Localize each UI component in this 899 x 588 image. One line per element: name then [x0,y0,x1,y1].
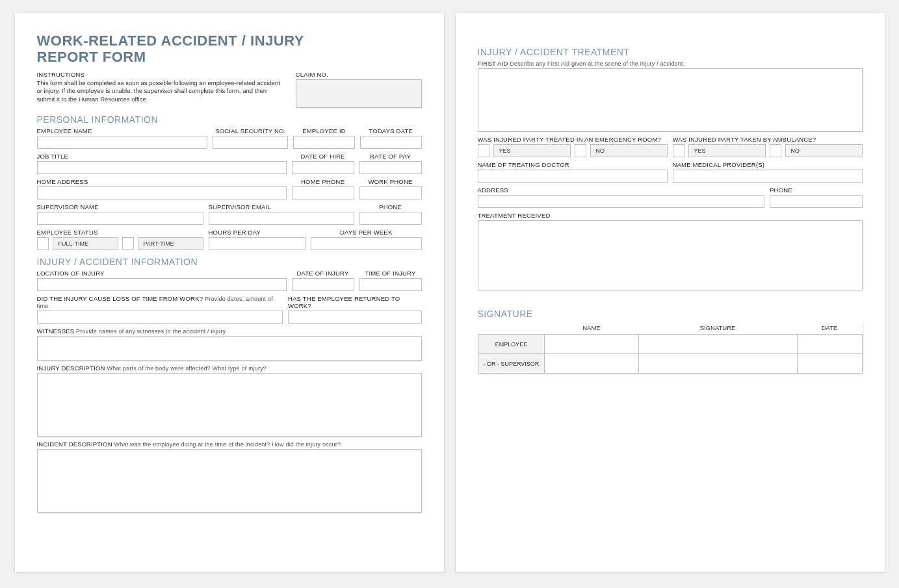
date-of-injury-field[interactable] [292,278,354,291]
days-per-week-field[interactable] [311,237,422,250]
hours-per-day-label: HOURS PER DAY [209,229,306,236]
job-title-field[interactable] [37,161,287,174]
days-per-week-label: DAYS PER WEEK [311,229,422,236]
section-signature: SIGNATURE [478,309,863,319]
hours-per-day-field[interactable] [209,237,306,250]
sig-date-header: DATE [797,322,862,335]
location-label: LOCATION OF INJURY [37,270,287,277]
employee-name-field[interactable] [37,136,208,149]
employee-sig-date[interactable] [797,335,862,354]
employee-name-sig[interactable] [545,335,638,354]
injury-desc-hint: What parts of the body were affected? Wh… [107,365,267,372]
job-title-label: JOB TITLE [37,153,287,160]
signature-table: NAME SIGNATURE DATE EMPLOYEE - OR - SUPE… [478,322,863,374]
witnesses-title: WITNESSES [37,327,75,335]
injury-desc-label: INJURY DESCRIPTION What parts of the bod… [37,364,422,372]
incident-desc-label: INCIDENT DESCRIPTION What was the employ… [37,441,422,448]
time-of-injury-field[interactable] [359,278,422,291]
home-address-label: HOME ADDRESS [37,178,287,185]
treatment-phone-label: PHONE [770,186,862,194]
part-time-checkbox[interactable] [122,237,134,250]
provider-label: NAME MEDICAL PROVIDER(S) [673,161,863,168]
incident-desc-hint: What was the employee doing at the time … [114,441,341,448]
loss-time-field[interactable] [37,311,283,324]
todays-date-field[interactable] [360,136,422,149]
employee-signature[interactable] [638,335,797,354]
treatment-address-field[interactable] [478,195,765,208]
incident-desc-title: INCIDENT DESCRIPTION [37,441,112,448]
supervisor-name-sig[interactable] [545,354,638,374]
witnesses-field[interactable] [37,336,422,361]
title-line-1: WORK-RELATED ACCIDENT / INJURY [37,32,304,49]
section-treatment: INJURY / ACCIDENT TREATMENT [478,47,863,57]
work-phone-field[interactable] [359,186,422,199]
ssn-label: SOCIAL SECURITY NO. [213,127,288,134]
witnesses-label: WITNESSES Provide names of any witnesses… [37,327,422,335]
treatment-received-label: TREATMENT RECEIVED [478,212,863,219]
er-no-checkbox[interactable] [575,144,586,157]
injury-desc-title: INJURY DESCRIPTION [37,364,105,372]
sig-name-header: NAME [545,322,638,335]
claim-no-label: CLAIM NO. [296,71,422,78]
supervisor-sig-date[interactable] [797,354,862,374]
supervisor-phone-label: PHONE [359,203,422,211]
instructions-label: INSTRUCTIONS [37,71,283,78]
first-aid-hint: Describe any First Aid given at the scen… [510,60,684,67]
claim-no-field[interactable] [296,79,422,108]
ssn-field[interactable] [213,136,288,149]
date-of-hire-label: DATE OF HIRE [292,153,354,160]
doctor-field[interactable] [478,170,668,183]
page-2: INJURY / ACCIDENT TREATMENT FIRST AID De… [456,13,885,572]
treatment-address-label: ADDRESS [478,186,765,194]
first-aid-field[interactable] [478,68,863,132]
supervisor-signature[interactable] [638,354,797,374]
loss-time-question: DID THE INJURY CAUSE LOSS OF TIME FROM W… [37,295,203,302]
returned-label: HAS THE EMPLOYEE RETURNED TO WORK? [288,295,421,309]
loss-time-label: DID THE INJURY CAUSE LOSS OF TIME FROM W… [37,295,283,309]
form-title: WORK-RELATED ACCIDENT / INJURY REPORT FO… [37,32,422,66]
first-aid-title: FIRST AID [478,60,508,67]
employee-id-field[interactable] [293,136,355,149]
treatment-phone-field[interactable] [770,195,862,208]
returned-field[interactable] [288,311,421,324]
home-phone-label: HOME PHONE [292,178,354,185]
instructions-text: This form shall be completed as soon as … [37,79,283,104]
full-time-label: FULL-TIME [53,237,118,250]
amb-yes-checkbox[interactable] [673,144,684,157]
supervisor-name-label: SUPERVISOR NAME [37,203,203,211]
part-time-label: PART-TIME [138,237,203,250]
supervisor-phone-field[interactable] [359,212,422,225]
supervisor-name-field[interactable] [37,212,203,225]
er-yes-checkbox[interactable] [478,144,489,157]
employee-name-label: EMPLOYEE NAME [37,127,208,134]
date-of-injury-label: DATE OF INJURY [292,270,354,277]
home-phone-field[interactable] [292,186,354,199]
er-question-label: WAS INJURED PARTY TREATED IN AN EMERGENC… [478,136,668,143]
sig-row-employee: EMPLOYEE [478,335,545,354]
page-1: WORK-RELATED ACCIDENT / INJURY REPORT FO… [15,13,444,572]
full-time-checkbox[interactable] [37,237,49,250]
amb-no-checkbox[interactable] [770,144,781,157]
sig-signature-header: SIGNATURE [638,322,797,335]
amb-yes-label: YES [688,144,766,157]
er-no-label: NO [590,144,668,157]
work-phone-label: WORK PHONE [359,178,422,185]
amb-question-label: WAS INJURED PARTY TAKEN BY AMBULANCE? [673,136,863,143]
witnesses-hint: Provide names of any witnesses to the ac… [76,328,226,335]
location-field[interactable] [37,278,287,291]
provider-field[interactable] [673,170,863,183]
treatment-received-field[interactable] [478,220,863,290]
home-address-field[interactable] [37,186,287,199]
employee-id-label: EMPLOYEE ID [293,127,355,134]
rate-of-pay-field[interactable] [359,161,422,174]
incident-desc-field[interactable] [37,449,422,513]
injury-desc-field[interactable] [37,373,422,437]
section-personal: PERSONAL INFORMATION [37,114,422,125]
supervisor-email-field[interactable] [209,212,354,225]
date-of-hire-field[interactable] [292,161,354,174]
section-injury-info: INJURY / ACCIDENT INFORMATION [37,257,422,267]
employee-status-label: EMPLOYEE STATUS [37,229,203,236]
amb-no-label: NO [785,144,863,157]
first-aid-label: FIRST AID Describe any First Aid given a… [478,60,863,67]
title-line-2: REPORT FORM [37,49,146,65]
